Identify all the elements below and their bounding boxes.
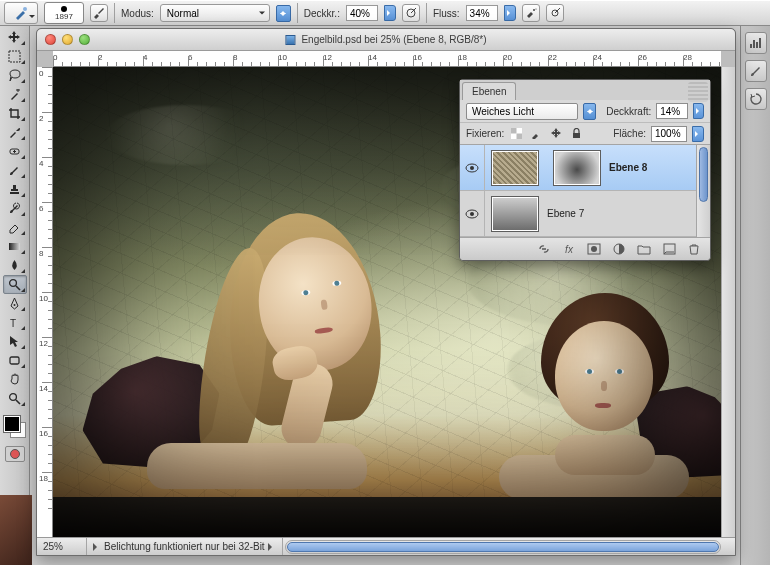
brush-panel-icon[interactable] bbox=[745, 60, 767, 82]
lock-transparent-icon[interactable] bbox=[509, 126, 524, 141]
zoom-value[interactable]: 25% bbox=[37, 538, 87, 555]
ruler-tick: 10 bbox=[39, 294, 48, 303]
delete-layer-icon[interactable] bbox=[686, 242, 702, 256]
dodge-tool[interactable] bbox=[3, 275, 27, 294]
new-layer-icon[interactable] bbox=[661, 242, 677, 256]
quickmask-icon bbox=[10, 449, 20, 459]
histogram-icon[interactable] bbox=[745, 32, 767, 54]
document-info[interactable]: Belichtung funktioniert nur bei 32-Bit bbox=[87, 538, 283, 555]
titlebar[interactable]: Engelbild.psd bei 25% (Ebene 8, RGB/8*) bbox=[37, 29, 735, 51]
panel-menu-icon[interactable] bbox=[688, 82, 708, 102]
marquee-tool[interactable] bbox=[3, 47, 27, 66]
opacity-dropdown[interactable] bbox=[384, 5, 396, 21]
svg-rect-11 bbox=[10, 357, 19, 364]
svg-rect-19 bbox=[517, 134, 523, 140]
layer-group-icon[interactable] bbox=[636, 242, 652, 256]
lock-all-icon[interactable] bbox=[569, 126, 584, 141]
blend-mode-select[interactable]: Normal bbox=[160, 4, 270, 22]
fill-value[interactable]: 100% bbox=[651, 126, 687, 142]
history-icon[interactable] bbox=[745, 88, 767, 110]
visibility-toggle[interactable] bbox=[460, 163, 484, 173]
link-layers-icon[interactable] bbox=[536, 242, 552, 256]
pen-tool[interactable] bbox=[3, 294, 27, 313]
status-text: Belichtung funktioniert nur bei 32-Bit bbox=[104, 541, 265, 552]
options-bar: 1897 Modus: Normal Deckkr.: 40% Fluss: 3… bbox=[0, 0, 770, 26]
wand-tool[interactable] bbox=[3, 85, 27, 104]
layer-row[interactable]: Ebene 8 bbox=[460, 145, 710, 191]
layer-row[interactable]: Ebene 7 bbox=[460, 191, 710, 237]
document-title: Engelbild.psd bei 25% (Ebene 8, RGB/8*) bbox=[285, 34, 486, 45]
pressure-size-toggle[interactable] bbox=[546, 4, 564, 22]
foreground-swatch[interactable] bbox=[4, 416, 20, 432]
fill-dropdown[interactable] bbox=[692, 126, 704, 142]
layers-panel[interactable]: Ebenen Weiches Licht Deckkraft: 14% Fixi… bbox=[459, 79, 711, 261]
opacity-value[interactable]: 40% bbox=[346, 5, 378, 21]
svg-text:T: T bbox=[10, 318, 16, 329]
color-swatches[interactable] bbox=[2, 414, 28, 440]
layer-fx-icon[interactable]: fx bbox=[561, 242, 577, 256]
path-select-tool[interactable] bbox=[3, 332, 27, 351]
close-window-button[interactable] bbox=[45, 34, 56, 45]
brush-preview[interactable]: 1897 bbox=[44, 2, 84, 24]
quickmask-toggle[interactable] bbox=[5, 446, 25, 462]
lock-position-icon[interactable] bbox=[549, 126, 564, 141]
tool-preset-picker[interactable] bbox=[4, 2, 38, 24]
gradient-tool[interactable] bbox=[3, 237, 27, 256]
horizontal-scrollbar[interactable] bbox=[285, 540, 721, 554]
move-tool[interactable] bbox=[3, 28, 27, 47]
heal-tool[interactable] bbox=[3, 142, 27, 161]
layer-opacity-dropdown[interactable] bbox=[693, 103, 704, 119]
ruler-horizontal[interactable]: 024681012141618202224262830 bbox=[53, 51, 721, 67]
layer-thumbnail[interactable] bbox=[491, 150, 539, 186]
layers-tab[interactable]: Ebenen bbox=[462, 82, 516, 100]
zoom-window-button[interactable] bbox=[79, 34, 90, 45]
svg-rect-18 bbox=[511, 128, 517, 134]
eyedropper-tool[interactable] bbox=[3, 123, 27, 142]
mask-thumbnail[interactable] bbox=[553, 150, 601, 186]
type-tool[interactable]: T bbox=[3, 313, 27, 332]
hand-tool[interactable] bbox=[3, 370, 27, 389]
ruler-tick: 14 bbox=[39, 384, 48, 393]
brush-tool[interactable] bbox=[3, 161, 27, 180]
layer-blend-mode-select[interactable]: Weiches Licht bbox=[466, 103, 578, 120]
svg-rect-13 bbox=[750, 44, 752, 48]
shape-tool[interactable] bbox=[3, 351, 27, 370]
ruler-tick: 16 bbox=[39, 429, 48, 438]
blur-tool[interactable] bbox=[3, 256, 27, 275]
svg-point-2 bbox=[533, 9, 535, 11]
ruler-tick: 28 bbox=[683, 53, 692, 62]
right-dock bbox=[740, 26, 770, 565]
panel-scrollbar[interactable] bbox=[696, 145, 710, 237]
visibility-toggle[interactable] bbox=[460, 209, 484, 219]
zoom-tool[interactable] bbox=[3, 389, 27, 408]
lock-pixels-icon[interactable] bbox=[529, 126, 544, 141]
layer-name[interactable]: Ebene 7 bbox=[547, 208, 584, 219]
adjustment-layer-icon[interactable] bbox=[611, 242, 627, 256]
info-arrow-icon bbox=[268, 543, 276, 551]
history-brush-tool[interactable] bbox=[3, 199, 27, 218]
lasso-tool[interactable] bbox=[3, 66, 27, 85]
ruler-vertical[interactable]: 024681012141618 bbox=[37, 67, 53, 537]
svg-rect-16 bbox=[759, 38, 761, 48]
layer-mask-icon[interactable] bbox=[586, 242, 602, 256]
layer-name[interactable]: Ebene 8 bbox=[609, 162, 647, 173]
ruler-tick: 18 bbox=[39, 474, 48, 483]
layer-thumbnail[interactable] bbox=[491, 196, 539, 232]
flow-dropdown[interactable] bbox=[504, 5, 516, 21]
brush-panel-toggle[interactable] bbox=[90, 4, 108, 22]
blend-mode-stepper[interactable] bbox=[276, 5, 291, 22]
brush-size-value: 1897 bbox=[55, 13, 73, 21]
airbrush-toggle[interactable] bbox=[522, 4, 540, 22]
layer-blend-stepper[interactable] bbox=[583, 103, 596, 120]
ruler-tick: 26 bbox=[638, 53, 647, 62]
layer-opacity-value[interactable]: 14% bbox=[656, 103, 688, 119]
crop-tool[interactable] bbox=[3, 104, 27, 123]
eraser-tool[interactable] bbox=[3, 218, 27, 237]
flow-value[interactable]: 34% bbox=[466, 5, 498, 21]
minimize-window-button[interactable] bbox=[62, 34, 73, 45]
stamp-tool[interactable] bbox=[3, 180, 27, 199]
scrollbar-thumb[interactable] bbox=[699, 147, 708, 202]
vertical-scrollbar[interactable] bbox=[721, 67, 735, 537]
pressure-opacity-toggle[interactable] bbox=[402, 4, 420, 22]
scrollbar-thumb[interactable] bbox=[287, 542, 719, 552]
